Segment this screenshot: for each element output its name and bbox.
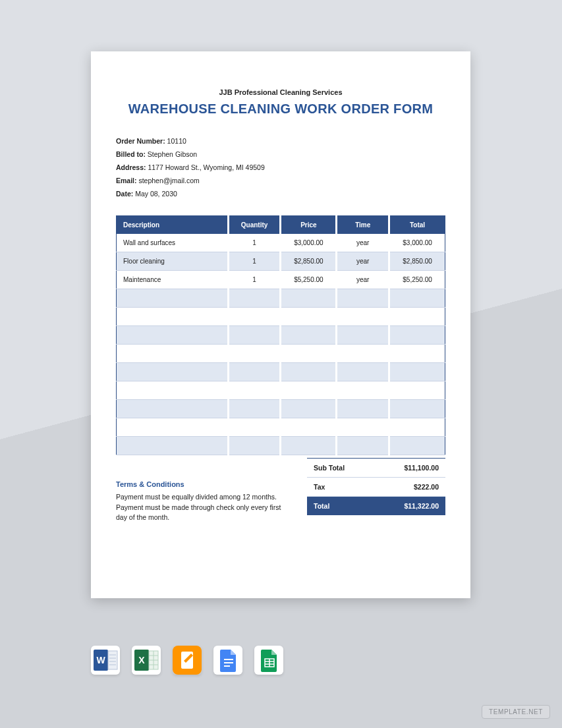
cell-empty <box>117 308 229 326</box>
table-row-empty <box>117 345 445 363</box>
cell-desc: Wall and surfaces <box>117 234 229 252</box>
cell-empty <box>389 345 445 363</box>
cell-empty <box>337 289 389 308</box>
cell-empty <box>117 400 229 418</box>
cell-empty <box>228 289 281 308</box>
cell-empty <box>281 437 337 455</box>
cell-price: $3,000.00 <box>281 234 337 252</box>
tax-label: Tax <box>314 483 414 491</box>
subtotal-value: $11,100.00 <box>404 464 439 472</box>
cell-empty <box>337 345 389 363</box>
cell-empty <box>337 437 389 455</box>
cell-total: $3,000.00 <box>389 234 445 252</box>
cell-empty <box>389 381 445 400</box>
cell-empty <box>117 345 229 363</box>
col-total: Total <box>389 215 445 234</box>
cell-total: $5,250.00 <box>389 271 445 289</box>
cell-price: $5,250.00 <box>281 271 337 289</box>
cell-empty <box>389 418 445 437</box>
table-row-empty <box>117 289 445 308</box>
excel-icon[interactable]: X <box>132 646 161 675</box>
google-docs-icon[interactable] <box>213 646 242 675</box>
company-name: JJB Professional Cleaning Services <box>116 88 445 96</box>
cell-price: $2,850.00 <box>281 252 337 271</box>
cell-total: $2,850.00 <box>389 252 445 271</box>
email-value: stephen@jmail.com <box>138 177 199 184</box>
cell-desc: Floor cleaning <box>117 252 229 271</box>
cell-empty <box>281 381 337 400</box>
word-icon[interactable]: W <box>91 646 120 675</box>
cell-desc: Maintenance <box>117 271 229 289</box>
page-title: WAREHOUSE CLEANING WORK ORDER FORM <box>116 101 445 117</box>
cell-time: year <box>337 271 389 289</box>
col-time: Time <box>337 215 389 234</box>
cell-empty <box>281 345 337 363</box>
cell-time: year <box>337 234 389 252</box>
cell-empty <box>281 326 337 345</box>
cell-qty: 1 <box>228 252 281 271</box>
cell-empty <box>281 308 337 326</box>
tax-value: $222.00 <box>414 483 439 491</box>
svg-text:W: W <box>96 655 105 665</box>
order-meta: Order Number: 10110 Billed to: Stephen G… <box>116 135 445 201</box>
cell-empty <box>337 381 389 400</box>
svg-text:X: X <box>138 655 145 665</box>
order-number-label: Order Number: <box>116 137 165 145</box>
cell-time: year <box>337 252 389 271</box>
svg-rect-3 <box>108 651 117 669</box>
total-label: Total <box>314 502 404 510</box>
format-icons-row: W X <box>91 646 283 675</box>
cell-empty <box>117 418 229 437</box>
cell-empty <box>117 437 229 455</box>
date-value: May 08, 2030 <box>135 190 177 198</box>
cell-empty <box>337 308 389 326</box>
cell-empty <box>228 363 281 381</box>
tax-row: Tax $222.00 <box>307 478 445 497</box>
table-row-empty <box>117 400 445 418</box>
cell-empty <box>281 289 337 308</box>
cell-empty <box>117 363 229 381</box>
total-value: $11,322.00 <box>404 502 439 510</box>
table-row: Wall and surfaces1$3,000.00year$3,000.00 <box>117 234 445 252</box>
table-row-empty <box>117 326 445 345</box>
pages-icon[interactable] <box>173 646 202 675</box>
svg-rect-21 <box>224 665 230 667</box>
terms-line-1: Payment must be equally divided among 12… <box>116 492 294 501</box>
cell-empty <box>337 400 389 418</box>
subtotal-label: Sub Total <box>314 464 404 472</box>
cell-empty <box>228 400 281 418</box>
google-sheets-icon[interactable] <box>254 646 283 675</box>
col-price: Price <box>281 215 337 234</box>
table-row-empty <box>117 308 445 326</box>
order-number-value: 10110 <box>167 137 186 145</box>
total-row: Total $11,322.00 <box>307 497 445 515</box>
billed-to-value: Stephen Gibson <box>148 150 197 158</box>
table-row-empty <box>117 418 445 437</box>
address-label: Address: <box>116 163 146 171</box>
cell-empty <box>389 363 445 381</box>
cell-empty <box>389 437 445 455</box>
cell-empty <box>228 418 281 437</box>
cell-empty <box>389 308 445 326</box>
date-label: Date: <box>116 190 133 198</box>
line-items-table: Description Quantity Price Time Total Wa… <box>116 215 445 456</box>
svg-rect-20 <box>224 662 233 663</box>
cell-qty: 1 <box>228 271 281 289</box>
totals-block: Sub Total $11,100.00 Tax $222.00 Total $… <box>307 458 445 523</box>
cell-empty <box>228 326 281 345</box>
cell-empty <box>281 400 337 418</box>
cell-empty <box>117 289 229 308</box>
cell-empty <box>389 289 445 308</box>
document-page: JJB Professional Cleaning Services WAREH… <box>91 51 470 598</box>
terms-line-2: Payment must be made through check only … <box>116 503 294 521</box>
cell-empty <box>228 381 281 400</box>
table-header-row: Description Quantity Price Time Total <box>117 215 445 234</box>
terms-block: Terms & Conditions Payment must be equal… <box>116 458 294 523</box>
cell-empty <box>337 418 389 437</box>
cell-empty <box>281 363 337 381</box>
col-description: Description <box>117 215 229 234</box>
table-row-empty <box>117 437 445 455</box>
cell-empty <box>389 400 445 418</box>
billed-to-label: Billed to: <box>116 150 146 158</box>
cell-empty <box>228 437 281 455</box>
